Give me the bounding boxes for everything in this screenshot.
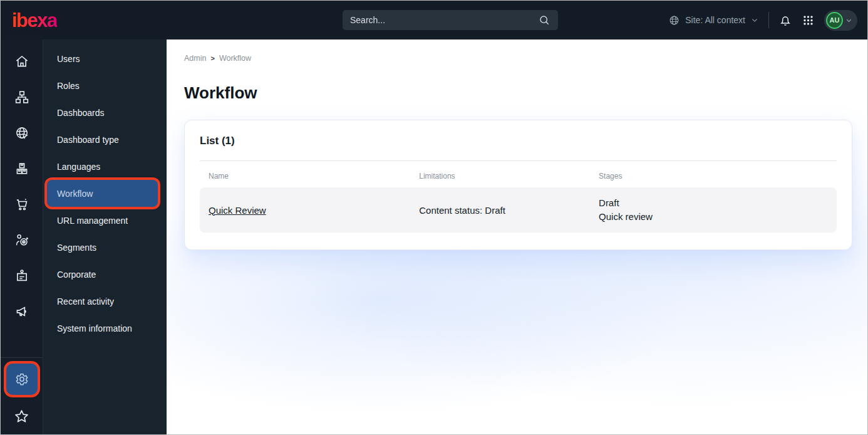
- column-header-stages: Stages: [599, 172, 828, 181]
- home-icon[interactable]: [1, 43, 43, 79]
- rail-bottom-group: [1, 357, 43, 434]
- sidebar-item-url-management[interactable]: URL management: [47, 207, 158, 234]
- chevron-down-icon: [750, 16, 759, 24]
- topbar-right-cluster: Site: All context A: [668, 1, 857, 39]
- sidebar-item-segments[interactable]: Segments: [47, 234, 158, 261]
- sitemap-icon[interactable]: [1, 79, 43, 115]
- stages-cell: Draft Quick review: [599, 196, 828, 224]
- icon-rail: [1, 39, 43, 434]
- breadcrumb-admin[interactable]: Admin: [184, 54, 206, 63]
- search-icon[interactable]: [538, 14, 550, 26]
- admin-gear-icon[interactable]: [6, 364, 38, 395]
- admin-sidebar: Users Roles Dashboards Dashboard type La…: [43, 39, 167, 434]
- breadcrumb: Admin > Workflow: [184, 54, 852, 63]
- workflow-link[interactable]: Quick Review: [209, 205, 266, 216]
- sidebar-item-workflow[interactable]: Workflow: [47, 180, 158, 207]
- megaphone-icon[interactable]: [1, 293, 43, 329]
- site-context-label: Site: All context: [685, 15, 745, 25]
- list-heading: List (1): [200, 135, 837, 147]
- global-search[interactable]: [343, 10, 558, 30]
- workflow-name-cell: Quick Review: [209, 205, 419, 216]
- globe-icon: [668, 14, 680, 26]
- app-window: ibexa Site: All context: [0, 0, 868, 435]
- table-row: Quick Review Content status: Draft Draft…: [200, 187, 837, 233]
- badge-icon[interactable]: [1, 258, 43, 293]
- sidebar-item-system-information[interactable]: System information: [47, 315, 158, 342]
- sidebar-item-dashboard-type[interactable]: Dashboard type: [47, 126, 158, 153]
- site-context-selector[interactable]: Site: All context: [668, 14, 759, 26]
- globe-cursor-icon[interactable]: [1, 115, 43, 150]
- workflow-list-card: List (1) Name Limitations Stages Quick R…: [184, 120, 852, 250]
- search-input[interactable]: [350, 15, 538, 25]
- stage-item: Quick review: [599, 210, 828, 224]
- chevron-down-icon: [845, 16, 853, 24]
- sidebar-item-corporate[interactable]: Corporate: [47, 261, 158, 288]
- column-header-limitations: Limitations: [419, 172, 599, 181]
- favorites-star-icon[interactable]: [1, 398, 43, 434]
- stage-item: Draft: [599, 196, 828, 210]
- boxes-icon[interactable]: [1, 150, 43, 186]
- sidebar-item-languages[interactable]: Languages: [47, 153, 158, 180]
- sidebar-item-roles[interactable]: Roles: [47, 72, 158, 99]
- user-menu[interactable]: AU: [824, 10, 857, 31]
- notifications-bell-icon[interactable]: [778, 13, 792, 27]
- column-header-name: Name: [209, 172, 419, 181]
- main-content: Admin > Workflow Workflow List (1) Name …: [167, 39, 867, 434]
- sidebar-item-recent-activity[interactable]: Recent activity: [47, 288, 158, 315]
- limitations-cell: Content status: Draft: [419, 205, 599, 216]
- page-title: Workflow: [184, 83, 852, 103]
- ibexa-logo[interactable]: ibexa: [12, 11, 57, 30]
- rail-divider: [1, 357, 43, 358]
- topbar-divider: [768, 12, 769, 28]
- avatar: AU: [826, 12, 843, 29]
- target-user-icon[interactable]: [1, 222, 43, 258]
- sidebar-item-users[interactable]: Users: [47, 45, 158, 72]
- cart-icon[interactable]: [1, 186, 43, 222]
- table-header-row: Name Limitations Stages: [200, 161, 837, 187]
- sidebar-item-dashboards[interactable]: Dashboards: [47, 99, 158, 126]
- app-switcher-grid-icon[interactable]: [802, 14, 815, 27]
- breadcrumb-separator: >: [210, 55, 214, 62]
- top-bar: ibexa Site: All context: [1, 1, 867, 39]
- breadcrumb-current: Workflow: [219, 54, 251, 63]
